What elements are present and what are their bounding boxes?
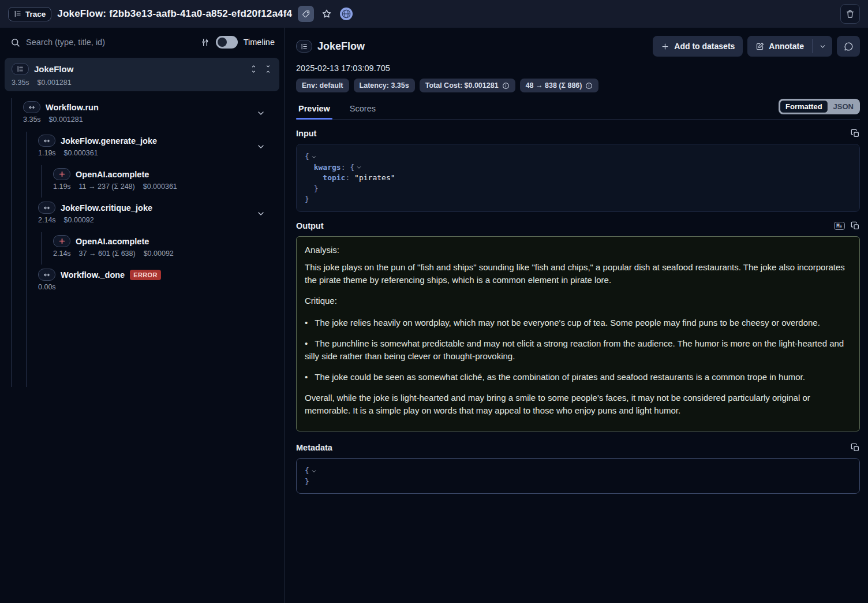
- tag-button[interactable]: [298, 6, 314, 22]
- tree-item-workflow-run[interactable]: Workflow.run 3.35s $0.001281: [0, 99, 284, 133]
- tree-item-duration: 3.35s: [23, 116, 41, 124]
- trace-badges-row: Env: default Latency: 3.35s Total Cost: …: [296, 79, 860, 92]
- markdown-toggle-icon[interactable]: M↓: [834, 222, 845, 230]
- toggle-knob: [218, 38, 227, 47]
- trash-icon: [845, 9, 855, 18]
- collapse-all-icon[interactable]: [264, 65, 272, 73]
- root-cost: $0.001281: [38, 79, 72, 87]
- input-json-panel: { kwargs: { topic: "pirates" } }: [296, 144, 860, 212]
- tree-item-openai-acomplete-2[interactable]: OpenAI.acomplete 2.14s 37 → 601 (Σ 638) …: [0, 233, 284, 267]
- add-to-datasets-button[interactable]: Add to datasets: [653, 36, 743, 57]
- json-key: topic: [323, 173, 345, 182]
- generation-icon: [58, 170, 66, 178]
- expand-all-icon[interactable]: [249, 65, 258, 73]
- annotate-button[interactable]: Annotate: [747, 36, 812, 57]
- chevron-down-icon: [819, 43, 826, 50]
- span-node-badge: [38, 135, 55, 147]
- tree-root-item-jokeflow[interactable]: JokeFlow 3.35s $0.001281: [5, 58, 279, 91]
- output-analysis-text: This joke plays on the pun of "fish and …: [305, 261, 851, 286]
- latency-badge: Latency: 3.35s: [354, 79, 415, 92]
- plus-icon: [661, 42, 669, 51]
- json-brace: {: [350, 163, 354, 172]
- collapse-caret-icon[interactable]: [311, 468, 317, 474]
- tree-item-workflow-done[interactable]: Workflow._done ERROR 0.00s: [0, 267, 284, 300]
- bullet-dot: •: [305, 372, 308, 382]
- trace-node-badge: [296, 40, 312, 53]
- tag-icon: [302, 10, 310, 18]
- timeline-label: Timeline: [244, 38, 275, 47]
- copy-icon[interactable]: [851, 221, 860, 230]
- tree-item-duration: 1.19s: [38, 149, 56, 157]
- copy-icon[interactable]: [851, 443, 860, 452]
- info-icon: [502, 82, 510, 90]
- tree-item-title: JokeFlow.generate_joke: [61, 136, 157, 146]
- span-tree: Workflow.run 3.35s $0.001281: [0, 94, 284, 300]
- collapse-caret-icon[interactable]: [311, 154, 317, 160]
- tree-item-generate-joke[interactable]: JokeFlow.generate_joke 1.19s $0.000361: [0, 133, 284, 166]
- top-bar: Trace JokeFlow: f2bb3e13-aafb-41a0-a852-…: [0, 0, 868, 28]
- tree-root-title: JokeFlow: [34, 64, 73, 74]
- delete-trace-button[interactable]: [840, 4, 860, 24]
- tree-item-cost: $0.000361: [143, 183, 177, 191]
- output-section-title: Output: [296, 221, 324, 230]
- visibility-button[interactable]: [339, 7, 353, 21]
- json-brace: }: [314, 184, 319, 193]
- output-critique-label: Critique:: [305, 295, 851, 307]
- span-node-badge: [38, 269, 55, 281]
- star-icon: [321, 9, 332, 19]
- copy-icon[interactable]: [851, 129, 860, 138]
- env-badge: Env: default: [296, 79, 349, 92]
- tree-item-tokens: 37 → 601 (Σ 638): [79, 250, 136, 258]
- annotate-split-button: Annotate: [747, 36, 832, 57]
- input-section-title: Input: [296, 129, 316, 138]
- tab-preview[interactable]: Preview: [296, 100, 332, 119]
- tree-item-title: Workflow.run: [46, 103, 99, 112]
- bullet-dot: •: [305, 338, 308, 348]
- format-toggle-formatted[interactable]: Formatted: [780, 100, 828, 113]
- bookmark-star-button[interactable]: [320, 7, 334, 21]
- filter-sliders-icon[interactable]: [200, 38, 210, 47]
- format-toggle-json[interactable]: JSON: [828, 100, 859, 113]
- collapse-caret-icon[interactable]: [356, 165, 362, 170]
- trace-type-badge: Trace: [8, 7, 51, 21]
- trace-node-badge: [12, 63, 29, 75]
- collapse-chevron[interactable]: [256, 142, 265, 151]
- span-node-badge: [38, 202, 55, 214]
- collapse-chevron[interactable]: [256, 109, 265, 118]
- output-section-header: Output M↓: [296, 221, 860, 230]
- output-bullet: •The punchline is somewhat predictable a…: [305, 337, 851, 363]
- json-brace: {: [305, 152, 309, 161]
- pencil-square-icon: [755, 42, 764, 51]
- timeline-toggle[interactable]: [216, 36, 238, 49]
- generation-icon: [58, 237, 66, 245]
- trace-detail-panel: JokeFlow Add to datasets Annotate: [285, 28, 868, 603]
- annotate-dropdown-button[interactable]: [813, 36, 832, 57]
- search-icon: [10, 38, 20, 47]
- tree-item-cost: $0.000361: [64, 149, 98, 157]
- token-usage-badge[interactable]: 48 → 838 (Σ 886): [520, 79, 599, 92]
- list-tree-icon: [17, 65, 24, 73]
- detail-tabs: Preview Scores Formatted JSON: [296, 100, 860, 120]
- root-duration: 3.35s: [12, 79, 29, 87]
- collapse-chevron[interactable]: [256, 209, 265, 218]
- add-to-datasets-label: Add to datasets: [674, 42, 735, 51]
- output-content-panel: Analysis: This joke plays on the pun of …: [296, 236, 860, 431]
- json-brace: }: [305, 477, 309, 486]
- tree-item-critique-joke[interactable]: JokeFlow.critique_joke 2.14s $0.00092: [0, 200, 284, 233]
- tree-item-title: OpenAI.acomplete: [76, 237, 149, 246]
- metadata-section-title: Metadata: [296, 443, 332, 452]
- tree-item-title: OpenAI.acomplete: [76, 170, 149, 179]
- tree-item-duration: 1.19s: [53, 183, 71, 191]
- tree-item-openai-acomplete-1[interactable]: OpenAI.acomplete 1.19s 11 → 237 (Σ 248) …: [0, 166, 284, 200]
- tab-scores[interactable]: Scores: [347, 100, 378, 119]
- list-tree-icon: [14, 10, 22, 18]
- total-cost-badge[interactable]: Total Cost: $0.001281: [420, 79, 515, 92]
- tree-item-cost: $0.00092: [144, 250, 174, 258]
- tree-item-duration: 0.00s: [38, 283, 56, 291]
- comments-button[interactable]: [837, 36, 860, 57]
- tree-item-title: JokeFlow.critique_joke: [61, 203, 152, 213]
- bullet-dot: •: [305, 318, 308, 327]
- output-conclusion: Overall, while the joke is light-hearted…: [305, 392, 851, 417]
- search-input[interactable]: [26, 38, 194, 47]
- metadata-section-header: Metadata: [296, 443, 860, 452]
